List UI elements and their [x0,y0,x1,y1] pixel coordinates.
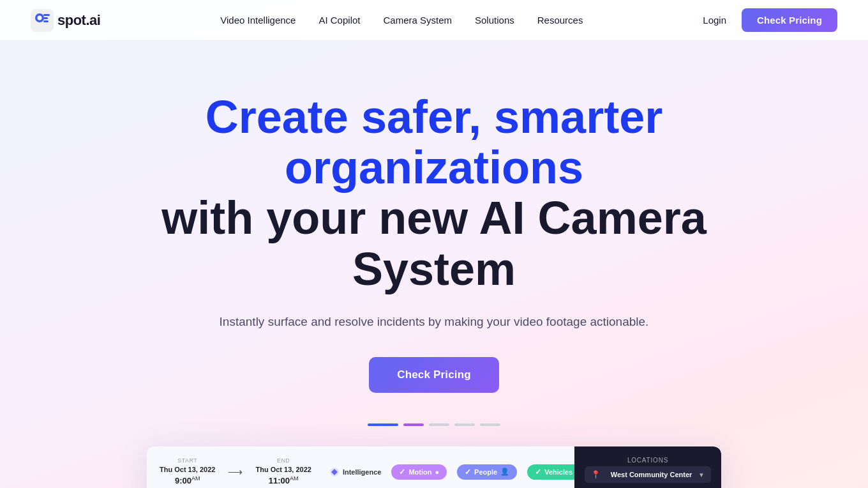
location-select[interactable]: 📍 West Community Center ▼ [585,466,711,483]
check-pricing-hero-button[interactable]: Check Pricing [369,357,499,393]
intelligence-icon [329,467,340,477]
hero-subtitle: Instantly surface and resolve incidents … [220,312,649,332]
locations-label: Locations [585,457,711,464]
end-date: Thu Oct 13, 2022 [255,465,311,475]
nav-solutions[interactable]: Solutions [475,15,514,26]
nav-links: Video Intelligence AI Copilot Camera Sys… [220,15,583,26]
vehicles-label: Vehicles [544,468,572,476]
hero-title-line1: Create safer, smarter organizations [206,91,662,193]
motion-icon: ✓ [399,468,405,477]
arrow-icon: ⟶ [228,466,243,478]
dot-1[interactable] [368,423,398,426]
people-label: People [474,468,497,476]
motion-label: Motion [408,468,431,476]
logo-text: spot.ai [57,12,100,29]
navbar: spot.ai Video Intelligence AI Copilot Ca… [0,0,868,41]
motion-filter-chip[interactable]: ✓ Motion ● [391,464,447,480]
check-pricing-nav-button[interactable]: Check Pricing [742,8,837,32]
intelligence-label: Intelligence [343,468,382,476]
nav-resources[interactable]: Resources [537,15,583,26]
dot-2[interactable] [403,423,424,426]
start-date: Thu Oct 13, 2022 [160,465,215,475]
chevron-down-icon: ▼ [698,471,705,478]
nav-ai-copilot[interactable]: AI Copilot [318,15,360,26]
svg-rect-3 [43,14,50,16]
hero-title-line2: with your new AI Camera System [161,192,707,294]
dashboard-preview: Start Thu Oct 13, 2022 9:00AM ⟶ End Thu … [147,446,721,488]
start-date-block: Start Thu Oct 13, 2022 9:00AM [160,457,215,487]
people-check-icon: ✓ [465,468,471,477]
indicator-dots [368,423,500,426]
vehicles-check-icon: ✓ [535,468,541,477]
logo[interactable]: spot.ai [31,9,100,32]
people-person-icon: 👤 [500,468,509,476]
login-link[interactable]: Login [703,15,726,26]
hero-title: Create safer, smarter organizations with… [83,92,785,294]
spot-ai-logo-icon [31,9,54,32]
end-date-block: End Thu Oct 13, 2022 11:00AM [255,457,311,487]
dot-5[interactable] [480,423,500,426]
intelligence-badge: Intelligence [329,467,382,477]
start-time: 9:00AM [160,475,215,487]
svg-rect-4 [43,17,48,19]
svg-point-2 [38,15,42,20]
end-label: End [255,457,311,465]
dot-4[interactable] [454,423,475,426]
end-time: 11:00AM [255,475,311,487]
start-label: Start [160,457,215,465]
locations-section: Locations 📍 West Community Center ▼ [585,457,711,483]
nav-video-intelligence[interactable]: Video Intelligence [220,15,296,26]
nav-right: Login Check Pricing [703,8,837,32]
nav-camera-system[interactable]: Camera System [383,15,452,26]
right-panel: Locations 📍 West Community Center ▼ Now … [574,446,721,488]
location-name: West Community Center [604,471,698,478]
hero-section: Create safer, smarter organizations with… [0,41,868,488]
people-filter-chip[interactable]: ✓ People 👤 [457,464,517,480]
motion-dot-icon: ● [435,468,439,476]
location-pin-icon: 📍 [591,470,601,479]
svg-rect-5 [43,20,49,22]
dot-3[interactable] [429,423,449,426]
